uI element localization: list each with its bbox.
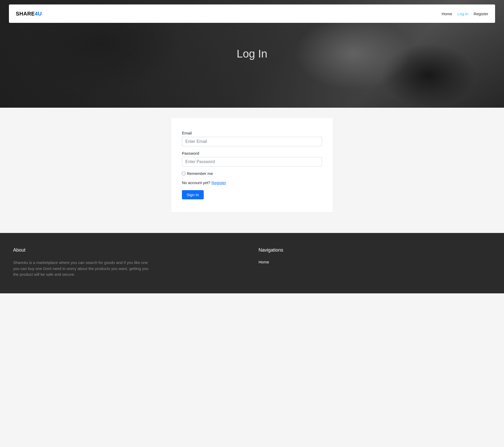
nav-login[interactable]: Log In: [457, 12, 468, 16]
email-label: Email: [182, 131, 322, 135]
nav-register[interactable]: Register: [474, 12, 488, 16]
remember-row: Remember me: [182, 171, 322, 176]
brand-logo[interactable]: SHARE4U: [16, 11, 42, 17]
footer-nav-home[interactable]: Home: [259, 260, 269, 264]
brand-part1: SHARE: [16, 11, 35, 17]
register-row: No account yet? Register: [182, 180, 322, 185]
signin-button[interactable]: Sign In: [182, 190, 204, 199]
password-label: Password: [182, 151, 322, 155]
register-link[interactable]: Register: [212, 180, 226, 185]
brand-part2: 4U: [35, 11, 42, 17]
nav-home[interactable]: Home: [442, 12, 452, 16]
page-title: Log In: [237, 48, 267, 60]
footer-about-col: About Share4u is a marketplace where you…: [13, 247, 245, 278]
nav-links: Home Log In Register: [442, 12, 488, 16]
email-group: Email: [182, 131, 322, 146]
footer-inner: About Share4u is a marketplace where you…: [13, 247, 491, 278]
footer-about-text: Share4u is a marketplace where you can s…: [13, 260, 150, 278]
remember-checkbox[interactable]: [182, 172, 185, 175]
footer-nav-col: Navigations Home: [259, 247, 491, 278]
no-account-text: No account yet?: [182, 180, 212, 185]
remember-label: Remember me: [187, 171, 213, 176]
login-card: Email Password Remember me No account ye…: [171, 118, 333, 212]
hero-section: SHARE4U Home Log In Register Log In: [0, 0, 504, 108]
email-input[interactable]: [182, 137, 322, 146]
main-container: Email Password Remember me No account ye…: [0, 108, 504, 233]
footer-nav-heading: Navigations: [259, 247, 491, 253]
footer-about-heading: About: [13, 247, 245, 253]
navbar: SHARE4U Home Log In Register: [9, 4, 495, 23]
password-group: Password: [182, 151, 322, 167]
footer: About Share4u is a marketplace where you…: [0, 233, 504, 293]
password-input[interactable]: [182, 157, 322, 167]
